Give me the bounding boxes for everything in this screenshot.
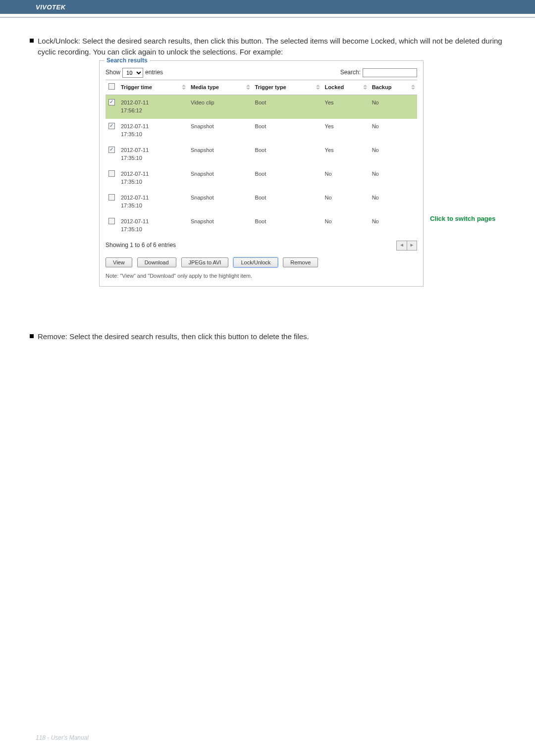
paragraph-text: Lock/Unlock: Select the desired search r… <box>38 36 505 57</box>
col-label: Backup <box>372 84 392 90</box>
cell-backup: No <box>369 190 417 214</box>
table-row[interactable]: 2012-07-1117:35:10SnapshotBootYesNo <box>106 119 417 143</box>
cell-media-type: Video clip <box>188 95 252 119</box>
cell-trigger-type: Boot <box>252 95 322 119</box>
row-checkbox[interactable] <box>108 147 115 153</box>
cell-backup: No <box>369 166 417 190</box>
cell-trigger-type: Boot <box>252 190 322 214</box>
pager: ◄ ► <box>396 241 417 251</box>
cell-media-type: Snapshot <box>188 143 252 166</box>
download-button[interactable]: Download <box>137 257 176 267</box>
col-label: Locked <box>325 84 344 90</box>
table-row[interactable]: 2012-07-1117:35:10SnapshotBootNoNo <box>106 190 417 214</box>
header-checkbox[interactable] <box>108 83 115 90</box>
sort-icon <box>316 85 320 90</box>
col-label: Trigger type <box>255 84 286 90</box>
show-label-pre: Show <box>106 68 120 77</box>
cell-trigger-time: 2012-07-1117:35:10 <box>118 143 188 166</box>
cell-locked: Yes <box>322 95 369 119</box>
showing-text: Showing 1 to 6 of 6 entries <box>106 241 176 250</box>
search-results-panel: Search results Show 10 entries Search: T… <box>99 60 424 287</box>
cell-trigger-time: 2012-07-1117:35:10 <box>118 166 188 190</box>
show-entries-select[interactable]: 10 <box>122 68 143 78</box>
pager-prev-button[interactable]: ◄ <box>397 241 407 250</box>
remove-button[interactable]: Remove <box>283 257 318 267</box>
pager-next-button[interactable]: ► <box>407 241 417 250</box>
col-label: Media type <box>191 84 219 90</box>
col-header-media-type[interactable]: Media type <box>188 80 252 95</box>
table-row[interactable]: 2012-07-1117:35:10SnapshotBootNoNo <box>106 214 417 238</box>
cell-media-type: Snapshot <box>188 166 252 190</box>
cell-locked: No <box>322 166 369 190</box>
row-checkbox[interactable] <box>108 99 115 105</box>
cell-backup: No <box>369 143 417 166</box>
cell-media-type: Snapshot <box>188 119 252 143</box>
col-header-checkbox[interactable] <box>106 80 118 95</box>
col-header-trigger-type[interactable]: Trigger type <box>252 80 322 95</box>
cell-locked: Yes <box>322 119 369 143</box>
cell-backup: No <box>369 95 417 119</box>
col-header-locked[interactable]: Locked <box>322 80 369 95</box>
cell-trigger-type: Boot <box>252 119 322 143</box>
table-row[interactable]: 2012-07-1117:56:12Video clipBootYesNo <box>106 95 417 119</box>
show-label-post: entries <box>145 68 163 77</box>
note-text: Note: "View" and "Download" only apply t… <box>106 272 417 280</box>
paragraph-text: Remove: Select the desired search result… <box>38 331 505 342</box>
table-header-row: Trigger time Media type Trigger type Loc… <box>106 80 417 95</box>
table-row[interactable]: 2012-07-1117:35:10SnapshotBootYesNo <box>106 143 417 166</box>
cell-trigger-type: Boot <box>252 214 322 238</box>
cell-backup: No <box>369 214 417 238</box>
header-bar: VIVOTEK <box>0 0 535 14</box>
sort-icon <box>246 85 250 90</box>
col-header-trigger-time[interactable]: Trigger time <box>118 80 188 95</box>
cell-trigger-type: Boot <box>252 166 322 190</box>
panel-legend: Search results <box>105 56 150 65</box>
page-footer: 118 - User's Manual <box>36 734 89 741</box>
cell-trigger-time: 2012-07-1117:35:10 <box>118 214 188 238</box>
search-label: Search: <box>340 68 361 77</box>
col-header-backup[interactable]: Backup <box>369 80 417 95</box>
results-table: Trigger time Media type Trigger type Loc… <box>106 80 417 238</box>
show-entries-control: Show 10 entries <box>106 68 163 78</box>
table-row[interactable]: 2012-07-1117:35:10SnapshotBootNoNo <box>106 166 417 190</box>
paragraph-lock-unlock: Lock/Unlock: Select the desired search r… <box>30 36 505 57</box>
jpegs-to-avi-button[interactable]: JPEGs to AVI <box>181 257 229 267</box>
col-label: Trigger time <box>121 84 152 90</box>
search-control: Search: <box>340 68 417 77</box>
bullet-icon <box>30 39 34 43</box>
cell-backup: No <box>369 119 417 143</box>
cell-media-type: Snapshot <box>188 214 252 238</box>
click-to-switch-pages-label: Click to switch pages <box>430 215 499 223</box>
lock-unlock-button[interactable]: Lock/Unlock <box>233 257 278 267</box>
brand-label: VIVOTEK <box>36 3 66 11</box>
sort-icon <box>182 85 186 90</box>
action-buttons-row: View Download JPEGs to AVI Lock/Unlock R… <box>106 257 417 267</box>
cell-locked: No <box>322 190 369 214</box>
cell-media-type: Snapshot <box>188 190 252 214</box>
row-checkbox[interactable] <box>108 170 115 177</box>
row-checkbox[interactable] <box>108 123 115 129</box>
sort-icon <box>411 85 415 90</box>
cell-trigger-type: Boot <box>252 143 322 166</box>
cell-trigger-time: 2012-07-1117:35:10 <box>118 190 188 214</box>
view-button[interactable]: View <box>106 257 132 267</box>
bullet-icon <box>30 334 34 338</box>
sort-icon <box>363 85 367 90</box>
row-checkbox[interactable] <box>108 218 115 224</box>
row-checkbox[interactable] <box>108 194 115 201</box>
search-input[interactable] <box>363 68 417 77</box>
cell-locked: Yes <box>322 143 369 166</box>
cell-trigger-time: 2012-07-1117:56:12 <box>118 95 188 119</box>
cell-trigger-time: 2012-07-1117:35:10 <box>118 119 188 143</box>
paragraph-remove: Remove: Select the desired search result… <box>30 331 505 342</box>
cell-locked: No <box>322 214 369 238</box>
